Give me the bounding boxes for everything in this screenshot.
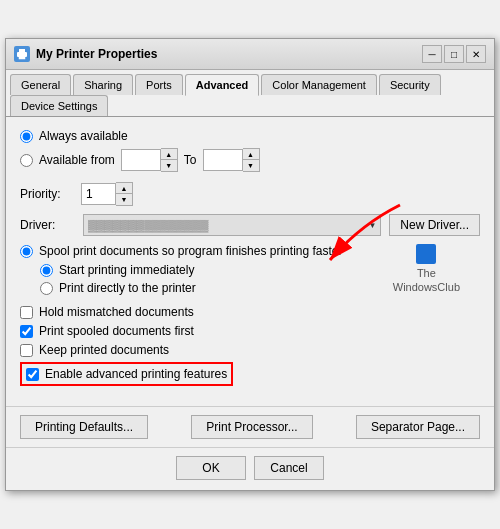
to-label: To [184,153,197,167]
ok-button[interactable]: OK [176,456,246,480]
options-checkbox-group: Hold mismatched documents Print spooled … [20,305,480,386]
available-from-radio-row: Available from [20,153,115,167]
from-spin-down[interactable]: ▼ [161,160,177,171]
always-available-row: Always available [20,129,480,143]
printer-properties-window: My Printer Properties ─ □ ✕ General Shar… [5,38,495,491]
always-available-radio[interactable] [20,130,33,143]
enable-advanced-row: Enable advanced printing features [20,362,480,386]
spool-label: Spool print documents so program finishe… [39,244,343,258]
priority-spin-down[interactable]: ▼ [116,194,132,205]
print-spooled-row: Print spooled documents first [20,324,480,338]
spool-radio[interactable] [20,245,33,258]
print-spooled-label: Print spooled documents first [39,324,194,338]
title-bar: My Printer Properties ─ □ ✕ [6,39,494,70]
tab-advanced[interactable]: Advanced [185,74,260,96]
enable-advanced-checkbox[interactable] [26,368,39,381]
svg-rect-2 [19,55,25,59]
hold-mismatched-row: Hold mismatched documents [20,305,480,319]
priority-spin-up[interactable]: ▲ [116,183,132,194]
red-arrow-svg [310,195,430,275]
bottom-action-buttons: Printing Defaults... Print Processor... … [6,406,494,447]
available-from-radio[interactable] [20,154,33,167]
print-directly-label: Print directly to the printer [59,281,196,295]
ok-cancel-row: OK Cancel [6,447,494,490]
always-available-label: Always available [39,129,128,143]
tab-general[interactable]: General [10,74,71,95]
enable-advanced-label: Enable advanced printing features [45,367,227,381]
start-printing-radio[interactable] [40,264,53,277]
minimize-button[interactable]: ─ [422,45,442,63]
advanced-content: Always available Available from ▲ ▼ To [6,117,494,406]
print-processor-button[interactable]: Print Processor... [191,415,312,439]
from-time-input[interactable] [121,149,161,171]
priority-spinbox: ▲ ▼ [81,182,133,206]
driver-label: Driver: [20,218,75,232]
tab-ports[interactable]: Ports [135,74,183,95]
title-bar-buttons: ─ □ ✕ [422,45,486,63]
available-from-row: Available from ▲ ▼ To ▲ ▼ [20,148,480,172]
separator-page-button[interactable]: Separator Page... [356,415,480,439]
driver-value: ▓▓▓▓▓▓▓▓▓▓▓▓▓▓▓ [88,219,208,231]
tab-security[interactable]: Security [379,74,441,95]
window-title: My Printer Properties [36,47,416,61]
keep-printed-checkbox[interactable] [20,344,33,357]
keep-printed-row: Keep printed documents [20,343,480,357]
tab-sharing[interactable]: Sharing [73,74,133,95]
keep-printed-label: Keep printed documents [39,343,169,357]
available-from-label: Available from [39,153,115,167]
priority-input[interactable] [81,183,116,205]
spool-section-container: Spool print documents so program finishe… [20,244,480,295]
priority-spin-buttons: ▲ ▼ [116,182,133,206]
close-button[interactable]: ✕ [466,45,486,63]
to-spin-down[interactable]: ▼ [243,160,259,171]
print-spooled-checkbox[interactable] [20,325,33,338]
tab-color-management[interactable]: Color Management [261,74,377,95]
availability-group: Always available Available from ▲ ▼ To [20,129,480,172]
priority-label: Priority: [20,187,75,201]
cancel-button[interactable]: Cancel [254,456,324,480]
to-time-input[interactable] [203,149,243,171]
tab-device-settings[interactable]: Device Settings [10,95,108,116]
tabs-bar: General Sharing Ports Advanced Color Man… [6,70,494,117]
from-spin-up[interactable]: ▲ [161,149,177,160]
print-directly-radio[interactable] [40,282,53,295]
to-spin-buttons: ▲ ▼ [243,148,260,172]
maximize-button[interactable]: □ [444,45,464,63]
from-spin-buttons: ▲ ▼ [161,148,178,172]
start-printing-label: Start printing immediately [59,263,194,277]
svg-rect-1 [19,49,25,53]
printer-icon [14,46,30,62]
to-spin-up[interactable]: ▲ [243,149,259,160]
from-time-spinbox: ▲ ▼ [121,148,178,172]
enable-advanced-highlight: Enable advanced printing features [20,362,233,386]
printing-defaults-button[interactable]: Printing Defaults... [20,415,148,439]
hold-mismatched-label: Hold mismatched documents [39,305,194,319]
to-time-spinbox: ▲ ▼ [203,148,260,172]
hold-mismatched-checkbox[interactable] [20,306,33,319]
